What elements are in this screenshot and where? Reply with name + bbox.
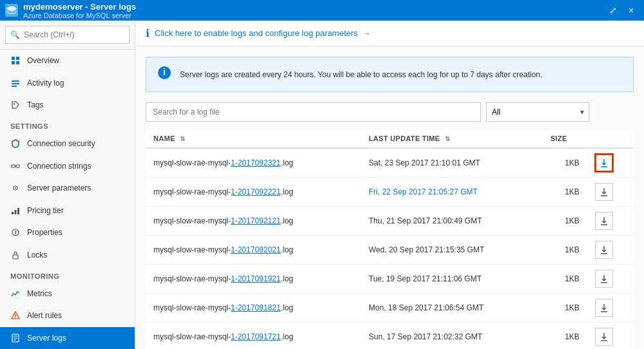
svg-rect-1 — [12, 57, 15, 60]
log-name-link[interactable]: 1-2017092321 — [231, 158, 280, 167]
log-update-time: Fri, 22 Sep 2017 21:05:27 GMT — [369, 187, 478, 196]
col-last-update[interactable]: LAST UPDATE TIME ⇅ — [361, 129, 543, 148]
activity-log-icon — [10, 78, 21, 88]
filter-select-wrap: All Last 24 hours Last 7 days — [486, 102, 589, 122]
sidebar-item-tags-label: Tags — [27, 100, 43, 109]
log-size-cell: 1KB — [543, 294, 587, 323]
sidebar-item-locks[interactable]: Locks — [0, 243, 135, 265]
download-button[interactable] — [595, 183, 613, 201]
log-name-link[interactable]: 1-2017091821 — [231, 303, 280, 312]
sidebar-item-connection-strings-label: Connection strings — [27, 162, 91, 171]
log-name-link[interactable]: 1-2017092121 — [231, 216, 280, 225]
svg-point-8 — [14, 103, 15, 104]
sidebar-item-locks-label: Locks — [27, 250, 47, 259]
log-update-time-cell: Tue, 19 Sep 2017 21:11:06 GMT — [361, 265, 543, 294]
properties-icon — [10, 227, 21, 238]
table-row: mysql-slow-rae-mysql-1-2017091821.logMon… — [146, 294, 634, 323]
log-name-suffix: .log — [280, 332, 293, 341]
log-update-time: Tue, 19 Sep 2017 21:11:06 GMT — [369, 274, 482, 283]
log-name-cell: mysql-slow-rae-mysql-1-2017092121.log — [146, 207, 361, 236]
download-button[interactable] — [595, 328, 613, 346]
log-name-suffix: .log — [280, 303, 293, 312]
log-size-cell: 1KB — [543, 148, 587, 178]
download-button[interactable] — [595, 154, 613, 172]
content-area: i Server logs are created every 24 hours… — [135, 46, 644, 349]
col-name[interactable]: NAME ⇅ — [146, 129, 361, 148]
svg-rect-20 — [13, 255, 18, 259]
last-update-sort-icon: ⇅ — [445, 135, 450, 142]
log-size: 1KB — [565, 187, 580, 196]
enable-logs-link[interactable]: Click here to enable logs and configure … — [155, 28, 358, 38]
sidebar-item-pricing-tier[interactable]: Pricing tier — [0, 200, 135, 222]
filter-select[interactable]: All Last 24 hours Last 7 days — [486, 102, 589, 122]
table-row: mysql-slow-rae-mysql-1-2017092221.logFri… — [146, 178, 634, 207]
close-button[interactable]: × — [623, 4, 639, 17]
sidebar-item-server-parameters-label: Server parameters — [27, 184, 91, 193]
server-logs-icon — [10, 333, 21, 343]
toolbar: All Last 24 hours Last 7 days — [146, 102, 634, 122]
log-name-link[interactable]: 1-2017092221 — [231, 187, 280, 196]
log-size: 1KB — [565, 274, 580, 283]
svg-rect-5 — [12, 80, 19, 82]
log-name-cell: mysql-slow-rae-mysql-1-2017091721.log — [146, 323, 361, 350]
alert-rules-icon — [10, 310, 21, 321]
log-name-link[interactable]: 1-2017092021 — [231, 245, 280, 254]
log-size: 1KB — [565, 332, 580, 341]
log-name-prefix: mysql-slow-rae-mysql- — [153, 187, 231, 196]
log-action-cell — [587, 236, 634, 265]
log-action-cell — [587, 323, 634, 350]
sidebar-item-connection-security[interactable]: Connection security — [0, 133, 135, 155]
log-size: 1KB — [565, 158, 580, 167]
svg-point-23 — [15, 317, 16, 319]
log-update-time: Sat, 23 Sep 2017 21:10:01 GMT — [369, 158, 480, 167]
table-row: mysql-slow-rae-mysql-1-2017091921.logTue… — [146, 265, 634, 294]
sidebar-item-alert-rules[interactable]: Alert rules — [0, 305, 135, 326]
download-button[interactable] — [595, 241, 613, 259]
log-action-cell — [587, 148, 634, 178]
metrics-icon — [10, 288, 21, 299]
log-size-cell: 1KB — [543, 178, 587, 207]
log-name-prefix: mysql-slow-rae-mysql- — [153, 158, 231, 167]
download-button[interactable] — [595, 212, 613, 230]
title-bar: mydemoserver - Server logs Azure Databas… — [0, 0, 644, 21]
log-name-link[interactable]: 1-2017091921 — [231, 274, 280, 283]
log-size: 1KB — [565, 245, 580, 254]
sidebar-search-input[interactable] — [5, 26, 130, 44]
log-name-suffix: .log — [280, 158, 293, 167]
name-sort-icon: ⇅ — [180, 135, 185, 142]
app-icon — [5, 4, 18, 17]
sidebar-item-metrics[interactable]: Metrics — [0, 283, 135, 305]
sidebar-item-connection-strings[interactable]: Connection strings — [0, 155, 135, 177]
log-name-link[interactable]: 1-2017091721 — [231, 332, 280, 341]
download-button[interactable] — [595, 270, 613, 288]
table-row: mysql-slow-rae-mysql-1-2017091721.logSun… — [146, 323, 634, 350]
log-search-input[interactable] — [146, 102, 481, 122]
info-banner: i Server logs are created every 24 hours… — [146, 57, 634, 92]
sidebar-item-server-logs[interactable]: Server logs — [0, 327, 135, 349]
sidebar-item-properties[interactable]: Properties — [0, 222, 135, 243]
table-header-row: NAME ⇅ LAST UPDATE TIME ⇅ SIZE — [146, 129, 634, 148]
sidebar-item-metrics-label: Metrics — [27, 289, 52, 298]
log-update-time-cell: Mon, 18 Sep 2017 21:06:54 GMT — [361, 294, 543, 323]
table-row: mysql-slow-rae-mysql-1-2017092021.logWed… — [146, 236, 634, 265]
svg-rect-2 — [16, 57, 19, 60]
svg-rect-4 — [16, 61, 19, 64]
log-name-suffix: .log — [280, 274, 293, 283]
log-size-cell: 1KB — [543, 323, 587, 350]
download-button[interactable] — [595, 299, 613, 317]
svg-rect-6 — [12, 83, 19, 84]
sidebar-item-server-parameters[interactable]: Server parameters — [0, 177, 135, 199]
sidebar: 🔍 Overview Activity log Tags SETTINGS — [0, 21, 135, 349]
svg-point-13 — [15, 187, 16, 189]
svg-text:i: i — [163, 67, 166, 77]
sidebar-item-overview[interactable]: Overview — [0, 50, 135, 71]
log-name-cell: mysql-slow-rae-mysql-1-2017091921.log — [146, 265, 361, 294]
log-name-prefix: mysql-slow-rae-mysql- — [153, 216, 231, 225]
log-update-time: Sun, 17 Sep 2017 21:02:32 GMT — [369, 332, 482, 341]
svg-rect-16 — [17, 208, 19, 214]
log-action-cell — [587, 207, 634, 236]
sidebar-item-tags[interactable]: Tags — [0, 94, 135, 116]
restore-button[interactable]: ⤢ — [605, 4, 621, 17]
log-size: 1KB — [565, 216, 580, 225]
sidebar-item-activity-log[interactable]: Activity log — [0, 71, 135, 93]
